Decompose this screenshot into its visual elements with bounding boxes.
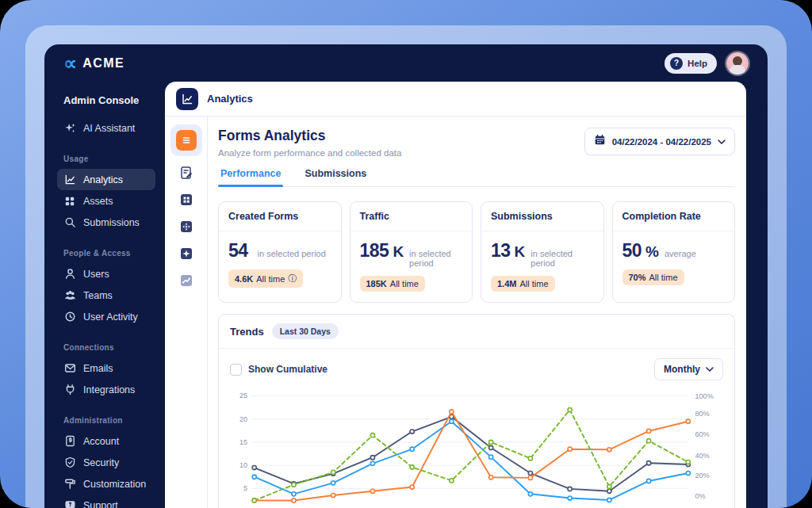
rail-item-magic[interactable]	[176, 245, 197, 265]
sparkles-icon	[63, 122, 76, 135]
question-icon: ?	[670, 57, 683, 70]
sidebar-item-label: Teams	[83, 290, 113, 301]
sidebar-item-analytics[interactable]: Analytics	[57, 169, 155, 190]
stat-card-completion-rate: Completion Rate 50 % average 70%	[612, 201, 736, 303]
metric-value: 13	[491, 240, 511, 262]
metric: 54 in selected period	[228, 240, 331, 262]
metric-value: 185	[360, 240, 389, 262]
badge-label: All time	[519, 279, 548, 288]
document-edit-icon	[179, 166, 193, 183]
brand-name: ACME	[82, 56, 124, 71]
badge-value: 70%	[629, 273, 646, 282]
sidebar-item-label: Submissions	[83, 217, 140, 228]
sidebar-item-user-activity[interactable]: User Activity	[57, 306, 155, 327]
topbar-actions: ? Help	[665, 52, 749, 74]
svg-text:60%: 60%	[695, 430, 709, 438]
sidebar-item-label: Emails	[83, 363, 113, 374]
chat-question-icon	[63, 499, 76, 508]
svg-text:0%: 0%	[695, 492, 705, 500]
last-30-days-badge: Last 30 Days	[272, 323, 339, 339]
topbar: ∝ ACME ? Help	[44, 44, 768, 82]
metric: 13 K in selected period	[491, 240, 594, 268]
tab-submissions[interactable]: Submissions	[304, 168, 366, 186]
metric: 185 K in selected period	[360, 240, 463, 268]
clock-history-icon	[63, 311, 76, 323]
page-background: ∝ ACME ? Help Admin Console	[0, 0, 812, 508]
rail-item-forms-active[interactable]	[170, 124, 202, 156]
sidebar-item-ai-assistant[interactable]: AI Assistant	[57, 117, 155, 139]
brand-logo: ∝ ACME	[63, 54, 124, 73]
sidebar-item-users[interactable]: Users	[57, 263, 155, 285]
sidebar-item-label: Assets	[83, 196, 113, 207]
metric-value: 50	[622, 240, 642, 262]
grid-dots-icon	[63, 195, 76, 208]
chevron-down-icon	[718, 139, 726, 144]
sidebar: Admin Console AI Assistant Usage Analyti…	[44, 82, 165, 508]
metric-suffix: %	[645, 243, 659, 261]
user-avatar[interactable]	[726, 52, 749, 74]
sidebar-item-integrations[interactable]: Integrations	[57, 379, 155, 400]
sidebar-section-people: People & Access	[63, 249, 155, 258]
analytics-app-icon	[176, 88, 198, 110]
svg-text:40%: 40%	[695, 452, 709, 460]
form-icon	[176, 130, 197, 151]
show-cumulative-checkbox[interactable]: Show Cumulative	[230, 364, 327, 376]
sidebar-item-teams[interactable]: Teams	[57, 285, 155, 306]
tab-performance[interactable]: Performance	[220, 168, 281, 186]
sidebar-item-account[interactable]: Account	[57, 430, 155, 452]
sidebar-item-customization[interactable]: Customization	[57, 473, 155, 495]
sidebar-item-support[interactable]: Support	[57, 495, 155, 508]
stat-cards: Created Forms 54 in selected period 4.6K	[218, 201, 735, 303]
metric-caption: in selected period	[530, 249, 593, 268]
window-body: Admin Console AI Assistant Usage Analyti…	[44, 82, 768, 508]
sidebar-title: Admin Console	[63, 94, 155, 106]
help-button[interactable]: ? Help	[665, 53, 717, 74]
metric: 50 % average	[622, 240, 726, 262]
rail-item-charts[interactable]	[176, 272, 197, 292]
sidebar-section-administration: Administration	[63, 416, 155, 425]
sidebar-item-label: Customization	[83, 479, 146, 490]
metric-caption: in selected period	[409, 249, 462, 268]
trends-body: Show Cumulative Monthly 0510152025100%80…	[219, 349, 734, 508]
date-range-picker[interactable]: 04/22/2024 - 04/22/2025	[584, 128, 735, 155]
metric-caption: average	[665, 249, 696, 258]
star-icon	[179, 246, 193, 264]
sidebar-item-submissions[interactable]: Submissions	[57, 212, 155, 233]
page-subtitle: Analyze form performance and collected d…	[218, 148, 401, 158]
sidebar-item-label: Account	[83, 436, 119, 447]
metric-caption: in selected period	[258, 249, 326, 258]
rail-item-survey[interactable]	[176, 164, 197, 185]
checkbox-box[interactable]	[230, 364, 242, 376]
badge-value: 1.4M	[497, 279, 516, 288]
alltime-badge: 70% All time	[622, 269, 684, 285]
trends-card: Trends Last 30 Days Show Cumulative	[218, 314, 735, 508]
sidebar-item-emails[interactable]: Emails	[57, 357, 155, 379]
rail-item-tables[interactable]	[176, 191, 197, 212]
avatar-body	[730, 65, 745, 74]
line-chart-icon	[63, 174, 76, 186]
svg-text:20%: 20%	[695, 472, 709, 479]
sidebar-item-label: Analytics	[83, 174, 123, 185]
interval-select[interactable]: Monthly	[654, 358, 723, 380]
sidebar-item-security[interactable]: Security	[57, 452, 155, 473]
metric-suffix: K	[515, 243, 526, 261]
page-title: Forms Analytics	[218, 128, 401, 144]
page-title-block: Forms Analytics Analyze form performance…	[218, 128, 401, 158]
user-icon	[63, 268, 76, 281]
team-icon	[63, 289, 76, 302]
stat-card-created-forms: Created Forms 54 in selected period 4.6K	[218, 201, 342, 303]
card-body: 50 % average 70% All time	[613, 231, 735, 296]
info-icon[interactable]: ⓘ	[288, 273, 297, 285]
badge-label: All time	[649, 273, 678, 282]
envelope-icon	[63, 362, 76, 375]
chevron-down-icon	[706, 367, 714, 372]
sidebar-item-assets[interactable]: Assets	[57, 190, 155, 212]
content-panel: Analytics	[165, 82, 746, 508]
rail-item-distribute[interactable]	[176, 218, 197, 239]
trends-header: Trends Last 30 Days	[219, 315, 734, 349]
search-icon	[63, 216, 76, 229]
tab-bar: Performance Submissions	[218, 168, 735, 187]
sidebar-item-label: Integrations	[83, 384, 135, 395]
page-header: Forms Analytics Analyze form performance…	[218, 128, 735, 158]
trends-line-chart[interactable]: 0510152025100%80%60%40%20%0%	[230, 388, 723, 508]
